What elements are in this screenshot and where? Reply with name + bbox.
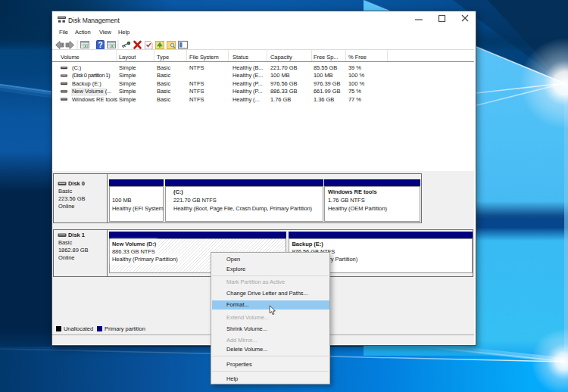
svg-text:?: ? (98, 41, 102, 49)
